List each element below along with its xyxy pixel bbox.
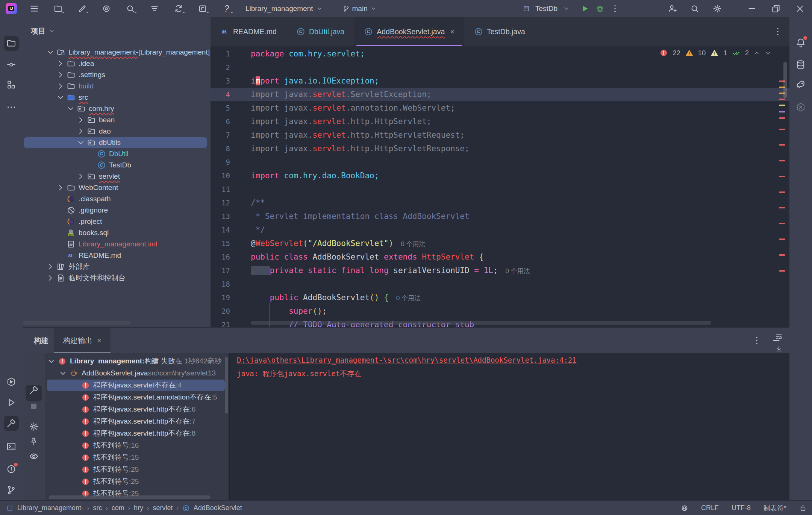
toolbar-search-button[interactable] [125,3,136,14]
build-tree-horizontal-scrollbar[interactable] [49,495,211,499]
build-options-icon[interactable] [752,336,762,345]
project-tree-item[interactable]: .gitignore [23,205,211,216]
close-icon[interactable]: × [97,336,102,345]
status-item[interactable]: UTF-8 [732,504,751,512]
project-tree-item[interactable]: 临时文件和控制台 [23,272,211,284]
build-eye-button[interactable] [29,451,39,462]
status-item[interactable]: CRLF [701,504,719,512]
tab-options-icon[interactable] [773,27,783,36]
inlay-hint[interactable]: 0 个用法 [396,295,421,302]
build-message-item[interactable]: 程序包javax.servlet.annotation不存在 :5 [45,391,229,403]
user-plus-icon[interactable] [667,4,677,14]
build-hammer-button[interactable] [29,385,39,395]
globe-icon[interactable] [681,504,688,512]
build-stop-button[interactable] [29,401,39,412]
code-line[interactable]: 15@WebServlet("/AddBookServlet")0 个用法 [211,237,789,250]
breadcrumb-item[interactable]: servlet [153,504,173,512]
next-problem-icon[interactable] [765,50,771,56]
run-button[interactable] [580,4,590,14]
code-line[interactable]: 12/** [211,196,789,210]
toolwindow-run-button[interactable] [4,395,19,410]
toolwindow-services-button[interactable] [4,374,19,389]
stripe-mark[interactable] [779,223,785,224]
project-tree-item[interactable]: build [23,81,211,92]
toolbar-folder-button[interactable] [53,3,64,14]
build-tree-vertical-scrollbar[interactable] [225,357,228,413]
stripe-mark[interactable] [779,129,785,130]
code-line[interactable]: 5import javax.servlet.annotation.WebServ… [211,101,789,115]
editor-tab[interactable]: M↓README.md [211,17,286,46]
search-icon[interactable] [690,4,700,14]
breadcrumb-item[interactable]: AddBookServlet [194,504,242,512]
stripe-mark[interactable] [779,105,785,106]
code-line[interactable]: 19 public AddBookServlet() {0 个用法 [211,291,789,304]
code-line[interactable]: 2 [211,61,789,74]
build-message-item[interactable]: Library_management: 构建 失败 在 1秒842毫秒 [45,355,229,367]
stripe-mark[interactable] [779,254,785,256]
code-line[interactable]: 6import javax.servlet.http.HttpServlet; [211,115,789,128]
branch-switcher[interactable]: main [342,5,377,13]
toolbar-window-button[interactable] [197,3,208,14]
project-tree-item[interactable]: CTestDb [23,160,211,171]
build-message-item[interactable]: 程序包javax.servlet.http不存在 :6 [45,403,229,415]
stripe-mark[interactable] [779,99,785,100]
toolwindow-notifications-button[interactable] [793,35,808,50]
wrap-icon[interactable] [775,333,783,340]
inlay-hint[interactable]: 0 个用法 [401,240,425,248]
toolwindow-terminal-button[interactable] [4,439,19,454]
toolbar-target-button[interactable] [101,3,112,14]
console-file-link[interactable]: D:\java\others\Library_management-\src\c… [237,353,789,367]
code-editor[interactable]: 1package com.hry.servlet;23import java.i… [211,47,789,327]
build-message-item[interactable]: 程序包javax.servlet不存在 :4 [45,379,229,391]
project-tree-item[interactable]: dao [23,126,211,137]
code-line[interactable]: 18 [211,277,789,291]
stripe-mark[interactable] [779,144,785,146]
window-minimize-button[interactable] [740,0,764,17]
toolwindow-project-button[interactable] [4,36,19,51]
build-message-item[interactable]: 程序包javax.servlet.http不存在 :7 [45,415,229,427]
stripe-mark[interactable] [779,160,785,161]
toolbar-sync-button[interactable] [173,3,184,14]
debug-button[interactable] [595,4,605,14]
lock-icon[interactable] [799,504,807,512]
toolwindow-commit-button[interactable] [4,57,19,72]
project-tree-item[interactable]: .project [23,216,211,227]
project-tree-item[interactable]: .settings [23,69,211,81]
code-line[interactable]: 4import javax.servlet.ServletException; [211,88,789,101]
chevron-down-icon[interactable] [563,5,570,12]
breadcrumb-item[interactable]: hry [134,504,143,512]
stripe-mark[interactable] [779,270,785,272]
stripe-mark[interactable] [779,117,785,119]
build-message-item[interactable]: 找不到符号 :25 [45,476,229,488]
build-message-item[interactable]: 程序包javax.servlet.http不存在 :8 [45,427,229,439]
editor-vertical-scrollbar[interactable] [783,62,787,98]
build-gear-button[interactable] [29,421,39,432]
stripe-mark[interactable] [779,191,785,193]
inlay-hint[interactable]: 0 个用法 [506,267,530,275]
code-line[interactable]: 9 [211,155,789,169]
toolwindow-gradle-button[interactable] [793,77,808,92]
project-switcher[interactable]: Library_management [245,5,323,13]
editor-horizontal-scrollbar[interactable] [251,321,711,325]
code-line[interactable]: 8import javax.servlet.http.HttpServletRe… [211,142,789,155]
build-pin-button[interactable] [29,436,39,447]
stripe-mark[interactable] [779,111,785,112]
code-line[interactable]: 3import java.io.IOException; [211,74,789,88]
toolwindow-structure-button[interactable] [4,77,19,92]
stripe-mark[interactable] [779,176,785,177]
build-output-tab[interactable]: 构建输出 × [54,328,111,353]
toolwindow-build-button[interactable] [4,416,19,431]
project-tree-item[interactable]: .idea [23,58,211,69]
toolwindow-more-tool-windows-button[interactable] [4,100,19,115]
build-message-item[interactable]: 找不到符号 :15 [45,451,229,463]
toolbar-pencil-button[interactable] [77,3,88,14]
stripe-mark[interactable] [779,207,785,208]
build-message-item[interactable]: 找不到符号 :16 [45,439,229,451]
editor-tab[interactable]: CTestDb.java [464,17,535,46]
code-line[interactable]: 20 super(); [211,304,789,318]
project-tree-item[interactable]: bean [23,114,211,126]
project-tree-item[interactable]: WebContent [23,182,211,193]
toolwindow-database-button[interactable] [793,57,808,72]
toolwindow-version-control-button[interactable] [4,483,19,498]
build-output-console[interactable]: D:\java\others\Library_management-\src\c… [230,353,789,501]
